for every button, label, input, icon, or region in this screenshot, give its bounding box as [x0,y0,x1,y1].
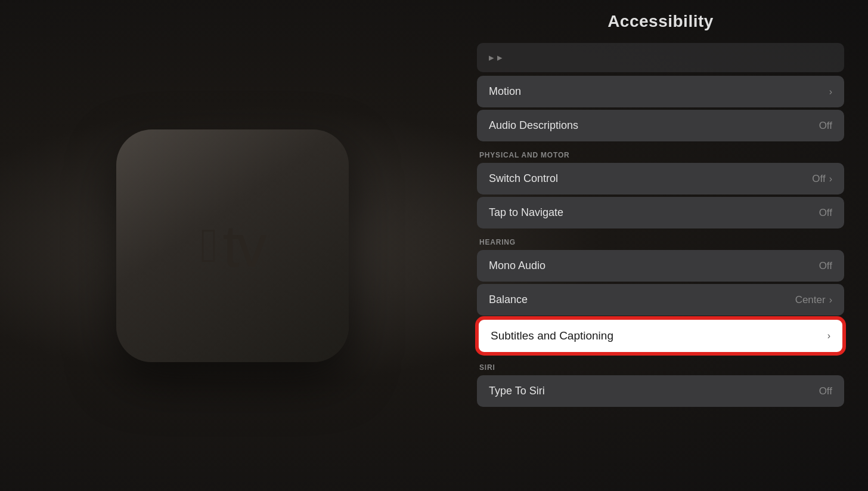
motion-label: Motion [489,85,521,98]
type-to-siri-status: Off [819,385,832,397]
menu-item-tap-to-navigate[interactable]: Tap to Navigate Off [477,197,844,228]
menu-item-subtitles-captioning[interactable]: Subtitles and Captioning › [477,318,844,354]
menu-item-switch-control[interactable]: Switch Control Off › [477,163,844,194]
menu-item-type-to-siri[interactable]: Type To Siri Off [477,375,844,407]
page-title: Accessibility [477,12,844,31]
menu-item-motion[interactable]: Motion › [477,76,844,107]
subtitles-captioning-right: › [827,331,830,341]
tap-to-navigate-value: Off [819,207,832,219]
tap-to-navigate-status: Off [819,207,832,219]
menu-item-mono-audio[interactable]: Mono Audio Off [477,250,844,282]
subtitles-captioning-chevron-icon: › [827,331,830,341]
audio-descriptions-label: Audio Descriptions [489,119,578,132]
mono-audio-label: Mono Audio [489,260,545,272]
right-panel: Accessibility ▸ ▸ Motion › Audio Descrip… [465,0,868,491]
menu-item-audio-descriptions[interactable]: Audio Descriptions Off [477,110,844,141]
scrolled-above-item: ▸ ▸ [477,43,844,72]
motion-right: › [829,87,832,97]
subtitles-captioning-label: Subtitles and Captioning [491,329,613,342]
audio-descriptions-value: Off [819,120,832,132]
type-to-siri-value: Off [819,385,832,397]
menu-item-balance[interactable]: Balance Center › [477,284,844,316]
balance-value: Center [795,294,826,306]
tv-text-label: tv [223,216,265,276]
apple-tv-logo:  tv [200,216,264,276]
left-panel:  tv [0,0,465,491]
apple-logo-icon:  [200,222,218,270]
section-hearing: HEARING [477,231,844,250]
balance-chevron-icon: › [829,295,832,305]
apple-tv-device-image:  tv [116,129,349,362]
switch-control-right: Off › [812,173,832,185]
mono-audio-status: Off [819,260,832,272]
audio-descriptions-status: Off [819,120,832,132]
motion-chevron-icon: › [829,87,832,97]
section-siri: SIRI [477,356,844,375]
mono-audio-value: Off [819,260,832,272]
section-physical-motor: PHYSICAL AND MOTOR [477,144,844,163]
tap-to-navigate-label: Tap to Navigate [489,206,563,219]
switch-control-label: Switch Control [489,172,558,185]
balance-label: Balance [489,294,528,306]
switch-control-chevron-icon: › [829,174,832,184]
balance-right: Center › [795,294,832,306]
switch-control-status: Off [812,173,825,185]
scrolled-label: ▸ ▸ [489,51,503,64]
type-to-siri-label: Type To Siri [489,385,545,397]
